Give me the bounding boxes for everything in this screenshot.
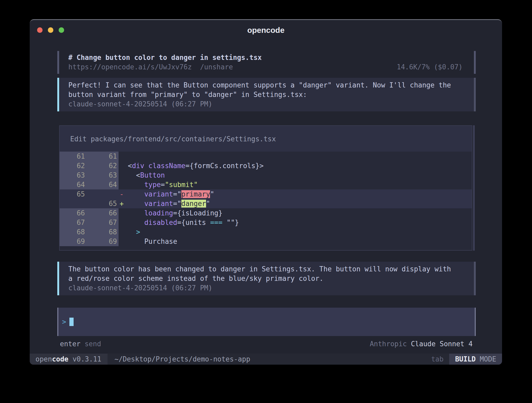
app-version: v0.3.11 xyxy=(68,355,101,363)
mode-label-rest: MODE xyxy=(476,355,496,363)
code-token: =" xyxy=(173,190,181,198)
line-number-old: 64 xyxy=(60,180,89,189)
line-number-new: 68 xyxy=(89,227,119,237)
diff-code-line: <div className={formCs.controls}> xyxy=(119,161,264,170)
working-directory: ~/Desktop/Projects/demo-notes-app xyxy=(114,354,250,365)
code-token: < xyxy=(120,162,132,170)
message-model-timestamp: claude-sonnet-4-20250514 (06:27 PM) xyxy=(68,283,463,293)
code-token: Purchase xyxy=(144,237,177,245)
hints-row: enter send Anthropic Claude Sonnet 4 xyxy=(57,339,476,349)
line-number-new: 69 xyxy=(89,237,119,246)
code-token: ={formCs.controls}> xyxy=(185,162,263,170)
code-token: < xyxy=(120,171,140,179)
code-token: Button xyxy=(140,171,165,179)
diff-code-line: Purchase xyxy=(119,237,177,246)
app-version-chip: opencode v0.3.11 xyxy=(30,354,108,365)
message-text-line: The button color has been changed to dan… xyxy=(68,264,463,274)
code-token: > xyxy=(136,228,140,236)
diff-code-line: loading={isLoading} xyxy=(119,208,222,218)
code-token: className xyxy=(149,162,186,170)
diff-row-ctx: 6262 <div className={formCs.controls}> xyxy=(60,161,472,170)
code-token: variant xyxy=(144,190,173,198)
code-token: type xyxy=(144,181,161,189)
assistant-message: The button color has been changed to dan… xyxy=(57,262,476,295)
input-right-border xyxy=(475,308,476,336)
send-action-hint: send xyxy=(80,339,101,349)
code-token: ""} xyxy=(222,219,239,226)
code-token xyxy=(120,181,144,189)
model-provider: Anthropic xyxy=(370,340,407,348)
session-title: # Change button color to danger in setti… xyxy=(68,53,463,62)
code-token: disabled xyxy=(144,219,177,226)
line-number-old: 67 xyxy=(60,218,89,227)
line-number-new xyxy=(89,189,119,199)
line-number-new: 61 xyxy=(89,152,119,161)
edit-tool-block: Edit packages/frontend/src/containers/Se… xyxy=(59,125,472,251)
diff-scrollbar[interactable] xyxy=(473,125,475,251)
message-text-line: Perfect! I can see that the Button compo… xyxy=(68,80,463,90)
diff-code-line xyxy=(119,152,120,161)
input-left-border xyxy=(57,308,58,336)
diff-code-line: > xyxy=(119,227,140,237)
status-bar: opencode v0.3.11 ~/Desktop/Projects/demo… xyxy=(30,354,502,365)
diff-row-ctx: 6666 loading={isLoading} xyxy=(60,208,472,218)
session-header-left-border xyxy=(57,51,59,74)
mode-chip[interactable]: BUILD MODE xyxy=(449,354,502,365)
code-token: " xyxy=(210,190,214,198)
message-model-timestamp: claude-sonnet-4-20250514 (06:27 PM) xyxy=(68,99,463,109)
diff-row-ctx: 6969 Purchase xyxy=(60,237,472,246)
diff-row-add: 65+ variant="danger" xyxy=(60,199,472,208)
diff-code-line: <Button xyxy=(119,170,165,180)
session-header-right-border xyxy=(474,51,476,74)
text-cursor xyxy=(69,318,74,326)
prompt-input[interactable]: > xyxy=(57,308,476,336)
line-number-old: 65 xyxy=(60,189,89,199)
app-name-code: code xyxy=(52,355,69,363)
line-number-new: 64 xyxy=(89,180,119,189)
unshare-command[interactable]: /unshare xyxy=(192,62,233,72)
code-token: === xyxy=(210,219,222,226)
code-token: ={units xyxy=(177,219,210,226)
diff-row-del: 65- variant="primary" xyxy=(60,189,472,199)
edit-tool-title: Edit packages/frontend/src/containers/Se… xyxy=(60,126,472,152)
code-token: ={isLoading} xyxy=(173,209,223,217)
titlebar[interactable]: opencode xyxy=(30,20,502,37)
diff-row-ctx: 6363 <Button xyxy=(60,170,472,180)
line-number-new: 67 xyxy=(89,218,119,227)
message-right-border xyxy=(474,262,476,295)
code-token: "submit" xyxy=(165,181,198,189)
diff-row-ctx: 6464 type="submit" xyxy=(60,180,472,189)
share-url[interactable]: https://opencode.ai/s/UwJxv76z xyxy=(68,62,192,72)
app-name-open: open xyxy=(35,355,52,363)
code-token: variant xyxy=(144,200,173,208)
diff-code-line: type="submit" xyxy=(119,180,198,189)
line-number-old: 66 xyxy=(60,208,89,218)
screen: opencode # Change button color to danger… xyxy=(0,0,532,403)
line-number-new: 62 xyxy=(89,161,119,170)
diff-view: 61616262 <div className={formCs.controls… xyxy=(60,152,472,250)
code-token xyxy=(120,219,144,226)
code-token: =" xyxy=(173,200,181,208)
message-right-border xyxy=(474,78,476,111)
code-token: = xyxy=(161,181,165,189)
diff-row-ctx: 6868 > xyxy=(60,227,472,237)
opencode-window: opencode # Change button color to danger… xyxy=(30,19,502,364)
code-token: primary xyxy=(181,190,210,198)
code-token: - xyxy=(120,190,144,198)
enter-key-hint: enter xyxy=(60,339,80,349)
code-token xyxy=(120,209,144,217)
message-text-line: a red/rose color scheme instead of the b… xyxy=(68,274,463,283)
diff-row-ctx: 6161 xyxy=(60,152,472,161)
prompt-chevron: > xyxy=(62,317,66,327)
line-number-old: 63 xyxy=(60,170,89,180)
message-accent-bar xyxy=(57,262,59,295)
code-token: " xyxy=(206,200,210,208)
mode-label-bold: BUILD xyxy=(455,355,475,363)
code-token: div xyxy=(132,162,144,170)
model-name: Claude Sonnet 4 xyxy=(407,340,473,348)
line-number-old: 69 xyxy=(60,237,89,246)
session-header: # Change button color to danger in setti… xyxy=(57,51,476,74)
code-token xyxy=(120,228,136,236)
line-number-new: 66 xyxy=(89,208,119,218)
line-number-new: 65 xyxy=(89,199,119,208)
